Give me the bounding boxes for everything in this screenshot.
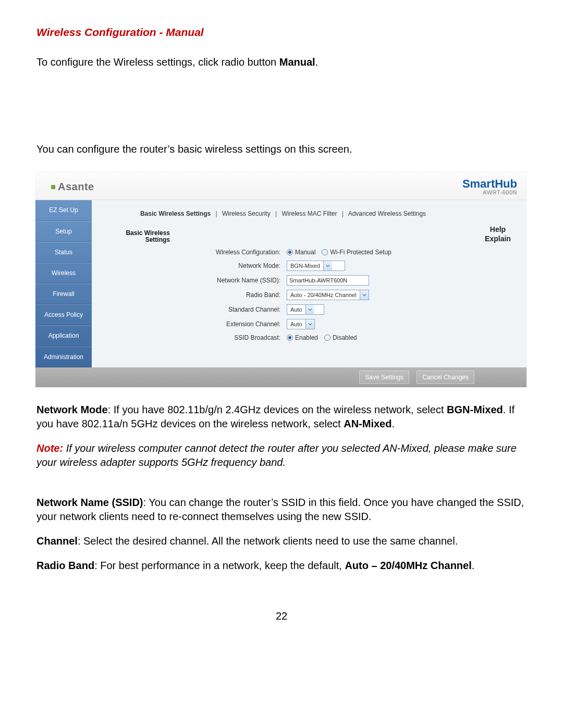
form-section-label: Basic Wireless Settings [126, 230, 170, 244]
radio-label: Disabled [333, 334, 357, 342]
tab-advanced-wireless[interactable]: Advanced Wireless Settings [348, 210, 426, 217]
side-nav: EZ Set Up Setup Status Wireless Firewall… [35, 200, 92, 367]
nav-firewall[interactable]: Firewall [35, 283, 92, 304]
label-radio-band: Radio Band: [246, 291, 280, 299]
wireless-tabs: Basic Wireless Settings | Wireless Secur… [97, 207, 469, 224]
tab-separator: | [213, 210, 221, 217]
nav-access-policy[interactable]: Access Policy [35, 304, 92, 325]
text: : If you have 802.11b/g/n 2.4GHz devices… [108, 404, 447, 415]
radio-label: Manual [295, 248, 315, 256]
chevron-down-icon [305, 305, 314, 314]
bold-text: Network Name (SSID) [36, 497, 143, 508]
radio-dot-icon [322, 249, 328, 255]
text: Settings [145, 236, 170, 243]
intro-paragraph-1: To configure the Wireless settings, clic… [36, 55, 527, 69]
select-value: Auto - 20/40MHz Channel [287, 291, 360, 299]
save-settings-button[interactable]: Save Settings [359, 371, 409, 384]
bold-text: Radio Band [36, 560, 94, 571]
label-network-mode: Network Mode: [238, 262, 280, 270]
radio-dot-icon [287, 335, 293, 341]
brand-name: SmartHub [462, 178, 517, 190]
label-network-name-ssid: Network Name (SSID): [217, 276, 280, 285]
select-value: Auto [287, 306, 305, 314]
nav-administration[interactable]: Administration [35, 347, 92, 367]
input-ssid[interactable] [287, 275, 369, 286]
page-number: 22 [36, 609, 527, 623]
select-value: BGN-Mixed [287, 262, 323, 270]
logo-text: Asante [58, 180, 94, 194]
bold-text: Channel [36, 535, 78, 547]
tab-separator: | [272, 210, 280, 217]
tab-separator: | [339, 210, 347, 217]
radio-label: Enabled [295, 334, 318, 342]
note-text: If your wireless computer cannot detect … [36, 442, 517, 468]
select-standard-channel[interactable]: Auto [287, 304, 324, 315]
nav-application[interactable]: Application [35, 325, 92, 346]
chevron-down-icon [305, 319, 314, 329]
help-line: Explain [474, 235, 521, 244]
radio-label: Wi-Fi Protected Setup [330, 248, 391, 256]
note-label: Note: [36, 442, 63, 454]
select-network-mode[interactable]: BGN-Mixed [287, 261, 345, 271]
label-ssid-broadcast: SSID Broadcast: [234, 334, 280, 342]
help-line: Help [474, 225, 521, 235]
channel-paragraph: Channel: Select the desired channel. All… [36, 534, 527, 548]
bold-text: AN-Mixed [344, 418, 391, 429]
select-extension-channel[interactable]: Auto [287, 319, 315, 329]
radio-manual[interactable]: Manual [287, 248, 315, 256]
text: : Select the desired channel. All the ne… [78, 535, 458, 547]
asante-logo: Asante [51, 180, 94, 194]
nav-ez-setup[interactable]: EZ Set Up [35, 200, 92, 220]
router-header: Asante SmartHub AWRT-600N [35, 172, 527, 200]
bold-text: Auto – 20/40MHz Channel [345, 560, 471, 571]
text: : For best performance in a network, kee… [94, 560, 345, 571]
tab-wireless-security[interactable]: Wireless Security [222, 210, 271, 217]
brand-block: SmartHub AWRT-600N [462, 178, 517, 195]
ssid-paragraph: Network Name (SSID): You can change the … [36, 496, 527, 524]
bold-text: BGN-Mixed [447, 404, 503, 415]
radio-ssid-enabled[interactable]: Enabled [287, 334, 318, 342]
chevron-down-icon [323, 261, 332, 270]
bold-text: Manual [279, 56, 315, 68]
radio-ssid-disabled[interactable]: Disabled [324, 334, 357, 342]
nav-wireless[interactable]: Wireless [35, 263, 92, 283]
text: Basic Wireless [126, 229, 170, 237]
nav-setup[interactable]: Setup [35, 221, 92, 242]
model-name: AWRT-600N [462, 190, 517, 195]
nav-status[interactable]: Status [35, 242, 92, 263]
wireless-settings-form: Basic Wireless Settings Wireless Configu… [97, 225, 469, 355]
logo-square-icon [51, 185, 55, 189]
text: . [315, 56, 319, 68]
note-paragraph: Note: If your wireless computer cannot d… [36, 441, 527, 470]
section-title: Wireless Configuration - Manual [36, 25, 527, 40]
intro-paragraph-2: You can configure the router’s basic wir… [36, 142, 527, 156]
router-admin-screenshot: Asante SmartHub AWRT-600N EZ Set Up Setu… [35, 172, 527, 387]
help-pane[interactable]: Help Explain [474, 200, 527, 367]
bold-text: Network Mode [36, 404, 108, 415]
network-mode-paragraph: Network Mode: If you have 802.11b/g/n 2.… [36, 403, 527, 431]
select-value: Auto [287, 320, 305, 328]
text: . [391, 418, 395, 429]
label-standard-channel: Standard Channel: [228, 305, 280, 314]
radio-band-paragraph: Radio Band: For best performance in a ne… [36, 559, 527, 573]
chevron-down-icon [360, 290, 369, 300]
text: . [472, 560, 475, 571]
select-radio-band[interactable]: Auto - 20/40MHz Channel [287, 290, 369, 300]
cancel-changes-button[interactable]: Cancel Changes [417, 371, 474, 384]
router-footer: Save Settings Cancel Changes [35, 367, 527, 387]
tab-basic-wireless[interactable]: Basic Wireless Settings [140, 210, 211, 217]
radio-dot-icon [287, 249, 293, 255]
radio-dot-icon [324, 335, 331, 341]
label-extension-channel: Extension Channel: [226, 320, 280, 328]
label-wireless-configuration: Wireless Configuration: [216, 248, 280, 256]
radio-wifi-protected-setup[interactable]: Wi-Fi Protected Setup [322, 248, 391, 256]
text: To configure the Wireless settings, clic… [36, 56, 279, 68]
tab-mac-filter[interactable]: Wireless MAC Filter [282, 210, 337, 217]
